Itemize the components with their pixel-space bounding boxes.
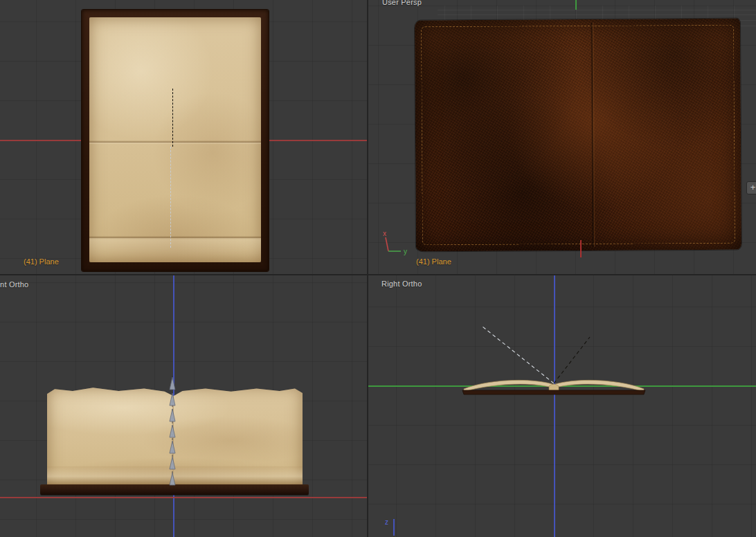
orientation-axis-gizmo: z — [384, 514, 407, 537]
armature-bones[interactable] — [163, 376, 181, 488]
armature-dashed-line-upper — [172, 89, 173, 147]
y-axis-line-segment — [575, 0, 577, 10]
cover-board — [462, 390, 645, 394]
left-page-wing — [464, 380, 552, 392]
guide-dashed-white — [483, 327, 554, 383]
viewport-front-ortho[interactable]: Front Ortho — [0, 275, 368, 537]
book-back-cover[interactable] — [415, 19, 741, 252]
guide-dashed-black — [554, 337, 590, 383]
blender-quad-view: (41) Plane User Persp x y (41) Plane + — [0, 0, 756, 537]
page-seam — [89, 236, 261, 239]
viewport-top-ortho[interactable]: (41) Plane — [0, 0, 368, 275]
book-side-view[interactable] — [458, 317, 652, 400]
viewport-right-ortho[interactable]: Right Ortho z — [368, 275, 756, 537]
orientation-axis-gizmo: x y — [382, 228, 417, 257]
viewport-label: Right Ortho — [381, 280, 422, 288]
x-axis-line — [0, 497, 368, 498]
viewport-label: User Persp — [382, 0, 422, 6]
viewport-splitter-horizontal[interactable] — [0, 274, 756, 275]
axis-z-label: z — [385, 518, 388, 526]
page-edge-band — [89, 239, 261, 262]
book-top-view[interactable] — [82, 10, 269, 271]
book-pages-top — [89, 17, 261, 262]
right-page-wing — [555, 380, 644, 392]
axis-y-label: y — [404, 248, 407, 255]
plus-icon: + — [750, 182, 756, 192]
armature-dashed-line-lower — [170, 147, 171, 248]
x-axis-line-segment — [580, 240, 582, 257]
active-object-label: (41) Plane — [24, 257, 59, 266]
active-object-label: (41) Plane — [416, 257, 451, 266]
viewport-splitter-vertical[interactable] — [367, 0, 368, 537]
z-axis-line — [554, 275, 555, 537]
page-seam — [89, 140, 261, 144]
sidebar-plus-button[interactable]: + — [746, 181, 756, 194]
viewport-label: Front Ortho — [0, 280, 28, 289]
viewport-user-persp[interactable]: User Persp x y (41) Plane + — [368, 0, 756, 275]
cover-stitching — [421, 25, 735, 246]
axis-x-label: x — [383, 230, 386, 237]
spine — [549, 384, 559, 390]
